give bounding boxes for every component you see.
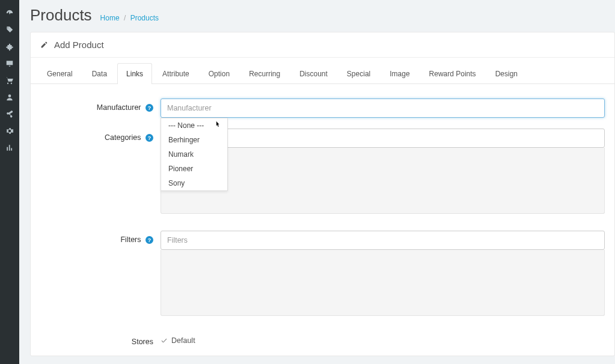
panel: Add Product General Data Links Attribute…: [30, 32, 615, 356]
sidebar-item-extensions[interactable]: [0, 38, 19, 55]
manufacturer-dropdown: --- None --- Berhinger Numark Pioneer So…: [161, 118, 228, 191]
sidebar-item-marketing[interactable]: [0, 106, 19, 123]
store-default-label: Default: [171, 336, 195, 345]
breadcrumb: Home / Products: [100, 14, 159, 22]
tag-icon: [5, 26, 14, 34]
row-manufacturer: Manufacturer ? --- None --- Berhinger Nu…: [40, 99, 605, 118]
page-title: Products: [30, 6, 92, 25]
store-default[interactable]: Default: [161, 333, 605, 345]
label-categories: Categories ?: [40, 129, 161, 142]
gear-icon: [5, 127, 14, 135]
tab-data[interactable]: Data: [83, 63, 116, 84]
dashboard-icon: [5, 9, 14, 17]
tabs: General Data Links Attribute Option Recu…: [31, 58, 614, 84]
sidebar-item-dashboard[interactable]: [0, 5, 19, 22]
tab-general[interactable]: General: [38, 63, 82, 84]
row-stores: Stores Default: [40, 333, 605, 346]
sidebar-item-catalog[interactable]: [0, 22, 19, 38]
page-header: Products Home / Products: [30, 0, 615, 29]
row-filters: Filters ?: [40, 231, 605, 316]
help-icon[interactable]: ?: [145, 134, 153, 142]
sidebar: [0, 0, 19, 364]
dropdown-option-pioneer[interactable]: Pioneer: [161, 162, 227, 176]
chart-icon: [5, 144, 14, 152]
help-icon[interactable]: ?: [145, 104, 153, 112]
sidebar-item-system[interactable]: [0, 123, 19, 139]
panel-heading: Add Product: [31, 32, 614, 58]
tab-links[interactable]: Links: [117, 63, 152, 84]
tab-image[interactable]: Image: [381, 63, 418, 84]
main-content: Products Home / Products Add Product Gen…: [19, 0, 615, 364]
puzzle-icon: [5, 43, 14, 51]
check-icon: [161, 337, 168, 344]
pencil-icon: [40, 41, 48, 49]
label-filters: Filters ?: [40, 231, 161, 244]
sidebar-item-design[interactable]: [0, 55, 19, 72]
filters-well[interactable]: [161, 250, 605, 316]
breadcrumb-products[interactable]: Products: [130, 14, 159, 22]
user-icon: [5, 93, 14, 102]
help-icon[interactable]: ?: [145, 236, 153, 244]
tab-discount[interactable]: Discount: [290, 63, 337, 84]
panel-heading-text: Add Product: [54, 40, 104, 50]
sidebar-item-reports[interactable]: [0, 139, 19, 156]
form-area: Manufacturer ? --- None --- Berhinger Nu…: [31, 84, 614, 356]
breadcrumb-home[interactable]: Home: [100, 14, 120, 22]
dropdown-option-numark[interactable]: Numark: [161, 147, 227, 162]
cart-icon: [5, 76, 14, 85]
filters-input[interactable]: [161, 231, 605, 250]
dropdown-option-berhinger[interactable]: Berhinger: [161, 133, 227, 147]
tab-attribute[interactable]: Attribute: [153, 63, 198, 84]
tab-option[interactable]: Option: [200, 63, 239, 84]
dropdown-option-sony[interactable]: Sony: [161, 176, 227, 190]
sidebar-item-sales[interactable]: [0, 72, 19, 89]
sidebar-item-customers[interactable]: [0, 89, 19, 106]
tab-special[interactable]: Special: [338, 63, 379, 84]
label-manufacturer: Manufacturer ?: [40, 99, 161, 112]
tab-recurring[interactable]: Recurring: [240, 63, 289, 84]
monitor-icon: [5, 59, 14, 68]
row-categories: Categories ?: [40, 129, 605, 214]
tab-design[interactable]: Design: [486, 63, 527, 84]
breadcrumb-separator: /: [124, 14, 126, 22]
label-stores: Stores: [40, 333, 161, 346]
manufacturer-input[interactable]: [161, 99, 605, 118]
dropdown-option-none[interactable]: --- None ---: [161, 118, 227, 133]
tab-reward-points[interactable]: Reward Points: [420, 63, 485, 84]
share-icon: [5, 110, 14, 118]
